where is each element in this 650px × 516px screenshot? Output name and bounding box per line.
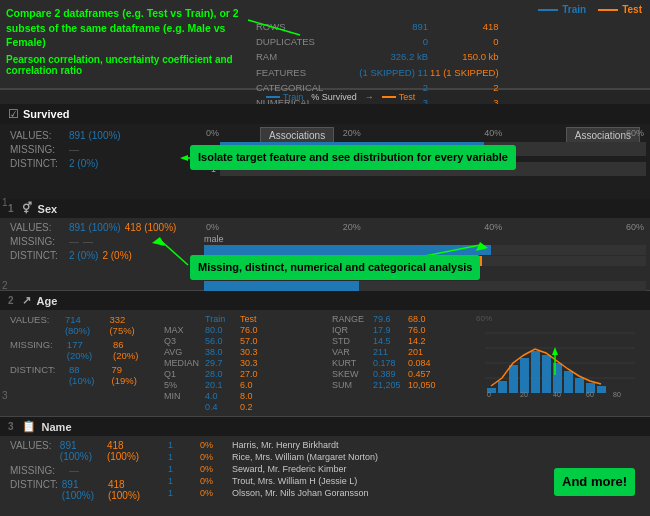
sex-values-row: VALUES: 891 (100%) 418 (100%)	[10, 222, 190, 233]
survived-missing-row: MISSING: —	[10, 144, 190, 155]
compare-annotation: Compare 2 dataframes (e.g. Test vs Train…	[6, 6, 244, 50]
missing-label: MISSING:	[10, 144, 65, 155]
name-icon: 📋	[22, 420, 36, 433]
name-number: 3	[8, 421, 14, 432]
svg-text:80: 80	[613, 391, 621, 398]
pearson-annotation: Pearson correlation, uncertainty coeffic…	[6, 54, 244, 76]
svg-text:0: 0	[487, 391, 491, 398]
sex-missing-row: MISSING: — —	[10, 236, 190, 247]
female-train-bar	[204, 281, 359, 291]
svg-rect-11	[564, 371, 573, 393]
train-legend-item: Train	[538, 4, 586, 15]
values-label: VALUES:	[10, 130, 65, 141]
age-chart-svg: 0 20 40 60 80	[474, 323, 646, 398]
main-container: Compare 2 dataframes (e.g. Test vs Train…	[0, 0, 650, 516]
values-train: 891 (100%)	[69, 130, 121, 141]
age-chart: 60%	[470, 310, 650, 416]
svg-rect-5	[498, 381, 507, 393]
survived-header: ☑ Survived	[0, 104, 650, 124]
sex-axis-labels: 0% 20% 40% 60%	[204, 222, 646, 232]
test-legend-line	[598, 9, 618, 11]
top-left-annotation: Compare 2 dataframes (e.g. Test vs Train…	[0, 0, 250, 88]
distinct-label: DISTINCT:	[10, 158, 65, 169]
test-swatch	[382, 96, 396, 98]
percent-survived-label: % Survived	[311, 92, 357, 102]
svg-text:60: 60	[586, 391, 594, 398]
mini-legend-test: Test	[382, 92, 416, 102]
train-swatch	[266, 96, 280, 98]
svg-text:20: 20	[520, 391, 528, 398]
svg-rect-8	[531, 351, 540, 393]
top-section: Compare 2 dataframes (e.g. Test vs Train…	[0, 0, 650, 90]
mini-legend-train: Train	[266, 92, 303, 102]
test-legend-label: Test	[622, 4, 642, 15]
test-legend-item: Test	[598, 4, 642, 15]
mini-test-label: Test	[399, 92, 416, 102]
survived-stats: VALUES: 891 (100%) MISSING: — DISTINCT: …	[0, 124, 200, 199]
distinct-train: 2 (0%)	[69, 158, 98, 169]
train-legend-line	[538, 9, 558, 11]
age-header: 2 ↗ Age	[0, 291, 650, 310]
sex-section-num: 1	[2, 197, 8, 208]
name-body: VALUES: 891 (100%) 418 (100%) MISSING: —…	[0, 436, 650, 516]
survived-axis-labels: 0% 20% 40% 60%	[204, 128, 646, 138]
sex-stats: VALUES: 891 (100%) 418 (100%) MISSING: —…	[0, 218, 200, 290]
top-right-panel: Train Test ROWS DUPLICATES RAM FEATURES …	[250, 0, 650, 88]
age-stats-right: RANGE79.668.0 IQR17.976.0 STD14.514.2 VA…	[330, 310, 470, 416]
isolate-annotation: Isolate target feature and see distribut…	[190, 145, 516, 170]
age-section-num: 2	[2, 280, 8, 291]
survived-distinct-row: DISTINCT: 2 (0%)	[10, 158, 190, 169]
male-train-bar	[204, 245, 491, 255]
svg-rect-10	[553, 363, 562, 393]
stat-label-rows: ROWS	[256, 19, 346, 34]
name-title: Name	[42, 421, 72, 433]
missing-train: —	[69, 144, 79, 155]
age-number: 2	[8, 295, 14, 306]
svg-rect-9	[542, 355, 551, 393]
svg-rect-7	[520, 358, 529, 393]
sex-distinct-row: DISTINCT: 2 (0%) 2 (0%)	[10, 250, 190, 261]
age-section-wrapper: 2 ↗ Age VALUES: 714 (80%) 332 (75%) MISS…	[0, 291, 650, 417]
checkbox-icon: ☑	[8, 107, 19, 121]
sex-number: 1	[8, 203, 14, 214]
age-stats-left: VALUES: 714 (80%) 332 (75%) MISSING: 177…	[0, 310, 160, 416]
svg-text:40: 40	[553, 391, 561, 398]
age-body: VALUES: 714 (80%) 332 (75%) MISSING: 177…	[0, 310, 650, 416]
age-icon: ↗	[22, 294, 31, 307]
survived-title: Survived	[23, 108, 69, 120]
age-title: Age	[37, 295, 58, 307]
sex-header: 1 ⚥ Sex	[0, 199, 650, 218]
name-section-num: 3	[2, 390, 8, 401]
and-more-annotation: And more!	[554, 468, 635, 496]
svg-rect-12	[575, 378, 584, 393]
name-stats: VALUES: 891 (100%) 418 (100%) MISSING: —…	[0, 436, 160, 516]
name-header: 3 📋 Name	[0, 417, 650, 436]
svg-rect-6	[509, 365, 518, 393]
svg-rect-14	[597, 386, 606, 393]
age-section: 2 ↗ Age VALUES: 714 (80%) 332 (75%) MISS…	[0, 291, 650, 417]
age-stats-mid: Train Test MAX80.076.0 Q356.057.0 AVG38.…	[160, 310, 330, 416]
missing-annotation: Missing, distinct, numerical and categor…	[190, 255, 480, 280]
sex-icon: ⚥	[22, 202, 32, 215]
survived-values-row: VALUES: 891 (100%)	[10, 130, 190, 141]
legend-row: Train Test	[250, 0, 650, 15]
name-section: 3 📋 Name VALUES: 891 (100%) 418 (100%) M…	[0, 417, 650, 516]
mini-train-label: Train	[283, 92, 303, 102]
train-legend-label: Train	[562, 4, 586, 15]
sex-title: Sex	[38, 203, 58, 215]
age-grid-labels: 60%	[474, 314, 646, 323]
name-section-wrapper: 3 📋 Name VALUES: 891 (100%) 418 (100%) M…	[0, 417, 650, 516]
